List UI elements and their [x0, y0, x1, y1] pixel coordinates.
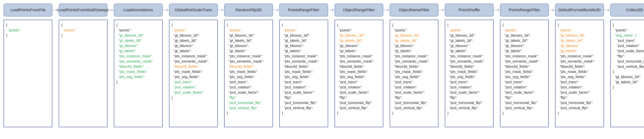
json-key: "pcd_horizontal_flip": [394, 101, 428, 105]
json-key: "pcd_trans": [174, 80, 193, 84]
json-key: "points": [63, 28, 76, 32]
stage-arrow [549, 3, 555, 16]
stage-body: { "points": } [59, 20, 108, 127]
stage-json: { "points": "gt_bboxes_3d": "gt_labels_3… [337, 22, 381, 116]
json-key: "flip": [394, 96, 402, 100]
json-key: "pts_mask_fields": [284, 70, 313, 74]
json-key: "pcd_rotation": [339, 85, 362, 89]
stage-header: RandomFlip3D [224, 3, 273, 16]
json-key: "pcd_horizontal_flip": [339, 101, 372, 105]
json-key: "pts_seg_fields": [504, 75, 531, 79]
json-key: "gt_labels_3d": [118, 39, 142, 42]
stage-body: { "points": "img_meta": { "pcd_trans": "… [610, 20, 644, 127]
json-key: "pcd_horizontal_flip": [284, 101, 317, 105]
json-key: "pcd_trans": [449, 80, 469, 84]
json-key: "gt_labels_3d": [394, 39, 418, 42]
arrow-icon [273, 3, 280, 16]
arrow-icon [108, 3, 114, 16]
json-key: "points": [615, 28, 628, 32]
stage-json: { "points": "gt_bboxes_3d": "gt_labels_3… [116, 22, 160, 85]
json-key: "gt_labels_3d": [560, 39, 584, 42]
json-key: "pcd_trans": [504, 80, 524, 84]
json-key: "img_meta": { [615, 33, 636, 37]
json-key: "points": [284, 28, 297, 32]
json-key: "pts_instance_mask": [560, 54, 594, 58]
json-key: "pcd_scale_factor": [229, 90, 259, 94]
json-key: "gt_labels_3d": [504, 39, 528, 42]
json-key: "pts_mask_fields": [560, 70, 589, 74]
stage-json: { "points": "img_meta": { "pcd_trans": "… [613, 22, 644, 90]
json-key: "gt_labels_3d": [339, 39, 363, 42]
json-key: "pcd_vertical_flip": [504, 106, 534, 110]
stage-arrow [383, 3, 390, 16]
json-key: "points": [339, 28, 352, 32]
json-key: "gt_labels_3d": [615, 80, 639, 84]
stage-header: PointsRangeFilter [280, 3, 328, 16]
stage-header: DefaultFormatBundle3D [555, 3, 604, 16]
json-key: "pcd_trans": [560, 80, 579, 84]
arrow-icon [438, 3, 445, 16]
json-key: "gt_labels": [229, 49, 246, 53]
stage-body: { "points": "gt_bboxes_3d": "gt_labels_3… [169, 20, 218, 127]
json-key: "pts_semantic_mask": [118, 59, 154, 63]
stage-json: { "points": "gt_bboxes_3d": "gt_labels_3… [447, 22, 491, 116]
json-key: "gt_labels": [174, 49, 192, 53]
arrow-icon [162, 3, 169, 16]
json-key: "pts_instance_mask": [449, 54, 484, 58]
json-key: "pcd_trans": [617, 39, 636, 42]
stage-body: { "points": "gt_bboxes_3d": "gt_labels_3… [280, 20, 328, 127]
json-key: "pts_semantic_mask": [449, 59, 484, 63]
json-key: "pcd_rotation": [560, 85, 583, 89]
json-key: "pts_mask_fields": [504, 70, 534, 74]
json-key: "gt_bboxes_3d": [118, 33, 144, 37]
json-key: "pcd_scale_factor": [449, 90, 480, 94]
json-key: "pcd_scale_factor": [339, 90, 370, 94]
json-key: "pts_semantic_mask": [394, 59, 430, 63]
json-key: "gt_bboxes": [560, 44, 580, 48]
json-key: "flip": [560, 96, 568, 100]
json-key: "pcd_vertical_flip": [339, 106, 368, 110]
json-key: "bbox3d_fields": [118, 64, 144, 68]
json-key: "pcd_trans": [284, 80, 303, 84]
json-key: "flip": [284, 96, 292, 100]
json-key: "gt_bboxes": [284, 44, 304, 48]
stage-header: ObjectRangeFilter [334, 3, 383, 16]
json-key: "pts_mask_fields": [229, 70, 258, 74]
stage-arrow [162, 3, 169, 16]
json-key: "bbox3d_fields": [339, 64, 364, 68]
json-key: "gt_bboxes_3d": [339, 33, 365, 37]
json-key: "bbox3d_fields": [284, 64, 310, 68]
arrow-icon [328, 3, 334, 16]
json-key: "bbox3d_fields": [504, 64, 530, 68]
stage-arrow [604, 3, 610, 16]
json-key: "pcd_rotation": [284, 85, 307, 89]
stage-json: { "points": "gt_bboxes_3d": "gt_labels_3… [392, 22, 436, 116]
json-key: "gt_bboxes_3d": [504, 33, 530, 37]
arrow-icon [218, 3, 224, 16]
json-key: "points": [174, 28, 186, 32]
json-key: "gt_bboxes": [449, 44, 470, 48]
json-key: "pts_instance_mask": [284, 54, 318, 58]
json-key: "pts_semantic_mask": [504, 59, 540, 63]
stage-header: LoadPointsFromMultiSweeps [59, 3, 108, 16]
json-key: "gt_labels_3d": [284, 39, 308, 42]
stage-arrow [494, 3, 500, 16]
json-key: "gt_bboxes_3d": [560, 33, 586, 37]
stage-arrow [438, 3, 445, 16]
json-key: "gt_bboxes": [504, 44, 524, 48]
json-key: "gt_bboxes_3d": [615, 75, 641, 79]
json-key: "gt_bboxes_3d": [449, 33, 475, 37]
json-key: "pts_seg_fields": [394, 75, 421, 79]
stage-body: { "points": "gt_bboxes_3d": "gt_labels_3… [334, 20, 383, 127]
json-key: "gt_labels": [394, 49, 412, 53]
json-key: "gt_labels_3d": [229, 39, 252, 42]
stage-header: ObjectNameFilter [390, 3, 438, 16]
json-key: "gt_bboxes": [174, 44, 194, 48]
json-key: "points": [8, 28, 21, 32]
json-key: "pcd_horizontal_flip": [504, 101, 538, 105]
stage-arrow [273, 3, 280, 16]
json-key: "pcd_rotation": [394, 85, 418, 89]
stage-json: { "points": "gt_bboxes_3d": "gt_labels_3… [558, 22, 602, 116]
json-key: "pts_semantic_mask": [284, 59, 319, 63]
stage-json: { "points": } [6, 22, 50, 38]
